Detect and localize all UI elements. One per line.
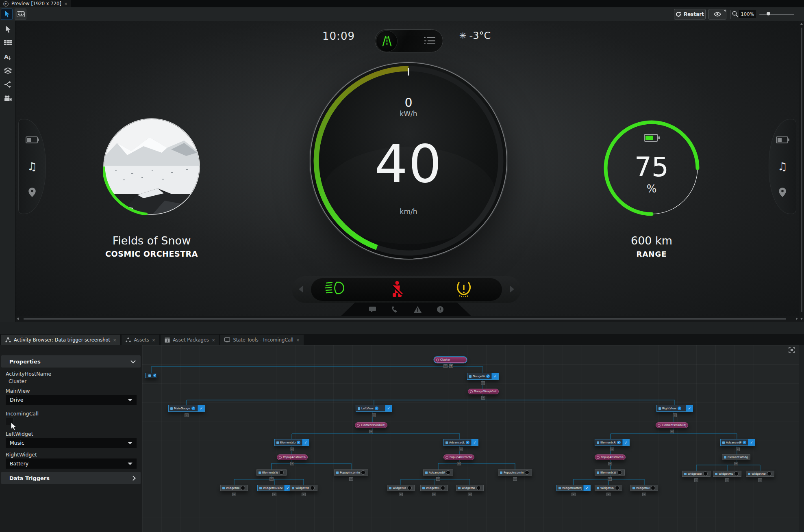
node-enable-button[interactable]: ✓ <box>686 405 693 411</box>
node-expander[interactable]: – <box>457 462 461 465</box>
node-toggle-circle[interactable] <box>615 486 619 490</box>
node-expander[interactable]: – <box>185 413 189 417</box>
close-icon[interactable]: × <box>152 338 155 342</box>
graph-node-widgetmusicabstracted[interactable]: WidgetMusicAbstracted <box>713 471 741 477</box>
scroll-right-arrow[interactable] <box>796 318 798 320</box>
close-icon[interactable]: × <box>113 338 116 342</box>
node-toggle-circle[interactable] <box>310 486 315 490</box>
node-toggle-circle[interactable] <box>407 486 412 490</box>
fit-view-icon[interactable] <box>789 347 795 353</box>
carousel-left-arrow[interactable] <box>299 285 303 293</box>
graph-node-popupabstracted[interactable]: PopupAbstracted <box>595 454 626 460</box>
node-enable-button[interactable]: ✓ <box>491 373 498 379</box>
layers-tool-button[interactable] <box>3 66 13 76</box>
node-expander[interactable]: – <box>608 477 612 481</box>
right-widget-dropdown[interactable]: Battery <box>6 458 137 469</box>
tab-asset-packages[interactable]: Asset Packages × <box>161 335 219 345</box>
node-expander[interactable]: – <box>608 462 612 465</box>
node-expander[interactable]: – <box>399 493 403 496</box>
graph-node-rightview[interactable]: RightView✓✓ <box>656 405 693 412</box>
graph-node-anchor[interactable]: ✓ <box>145 373 157 378</box>
graph-node-elementswidget[interactable]: ElementsWidget <box>595 469 625 476</box>
scrollbar-thumb[interactable] <box>801 28 802 312</box>
message-icon[interactable] <box>369 307 376 313</box>
graph-node-widgetbatteryabstracted[interactable]: WidgetBatteryAbstracted <box>682 471 711 477</box>
node-expander[interactable]: – <box>272 493 276 496</box>
graph-node-leftview[interactable]: LeftView✓✓ <box>356 405 392 412</box>
node-expander[interactable]: – <box>443 364 448 368</box>
camera-tool-button[interactable] <box>3 93 13 103</box>
restart-button[interactable]: Restart <box>674 9 706 19</box>
close-icon[interactable]: × <box>296 338 300 342</box>
music-rail-icon[interactable]: ♫ <box>19 160 46 173</box>
select-tool-button[interactable] <box>3 24 13 34</box>
graph-node-widgetnavigationabstracted[interactable]: WidgetNavigationAbstracted <box>290 485 317 491</box>
node-toggle-circle[interactable] <box>446 470 450 475</box>
node-toggle-circle[interactable] <box>525 470 529 475</box>
graph-node-widgetbatteryabstracted[interactable]: WidgetBatteryAbstracted <box>220 485 248 491</box>
main-view-dropdown[interactable]: Drive <box>6 395 137 405</box>
node-enable-button[interactable]: ✓ <box>471 439 478 445</box>
node-toggle-circle[interactable] <box>241 486 245 490</box>
graph-node-popupincomingcallabstracted[interactable]: PopupIncomingCallAbstracted <box>334 469 368 476</box>
properties-section-header[interactable]: Properties <box>1 355 141 368</box>
graph-node-advancedright[interactable]: AdvancedRight✓✓ <box>720 439 755 446</box>
graph-node-widgetbatteryabstracted[interactable]: WidgetBatteryAbstracted <box>387 485 415 491</box>
node-expander[interactable]: – <box>302 493 306 496</box>
text-tool-button[interactable]: A <box>3 52 13 62</box>
node-expander[interactable]: – <box>606 493 611 496</box>
node-toggle-circle[interactable] <box>279 470 284 475</box>
graph-node-popupabstracted[interactable]: PopupAbstracted <box>443 454 474 460</box>
right-widget-rail[interactable]: ♫ <box>769 119 796 214</box>
preview-horizontal-scrollbar[interactable] <box>15 316 799 322</box>
graph-node-widgetnavigationabstracted[interactable]: WidgetNavigationAbstracted <box>746 471 774 477</box>
preview-tab[interactable]: ▶ Preview [1920 x 720] × <box>0 0 71 7</box>
battery-rail-icon[interactable] <box>26 136 38 143</box>
scrollbar-thumb[interactable] <box>24 318 786 320</box>
tab-activity-browser[interactable]: Activity Browser: Data trigger-screensho… <box>1 335 120 345</box>
node-toggle-circle[interactable] <box>767 471 771 476</box>
node-expander[interactable]: – <box>369 430 373 433</box>
zoom-slider-track[interactable] <box>759 14 794 15</box>
node-toggle-circle[interactable] <box>476 486 481 490</box>
node-expander[interactable]: – <box>232 493 236 496</box>
graph-node-advancedleft[interactable]: AdvancedLeft✓✓ <box>443 439 478 446</box>
node-enable-button[interactable]: ✓ <box>748 439 755 445</box>
graph-node-widgetnavigationabstracted[interactable]: WidgetNavigationAbstracted <box>456 485 484 491</box>
scroll-left-arrow[interactable] <box>17 318 19 320</box>
graph-node-elementswidget[interactable]: ElementsWidget <box>256 469 287 476</box>
graph-node-gaugewrapvisibilityhost[interactable]: GaugeWrapVisibilityHost <box>468 389 499 394</box>
node-expander[interactable]: – <box>758 478 762 482</box>
zoom-level-field[interactable]: 100% <box>739 10 756 18</box>
node-expander[interactable]: – <box>610 448 614 451</box>
graph-node-widgetmusicabstracted[interactable]: WidgetMusicAbstracted✓ <box>257 485 291 491</box>
graph-node-maingauge[interactable]: MainGauge✓✓ <box>168 405 205 412</box>
node-enable-button[interactable]: ✓ <box>385 405 392 411</box>
navigation-rail-icon[interactable] <box>19 188 46 197</box>
node-expander[interactable]: – <box>290 448 294 451</box>
music-rail-icon[interactable]: ♫ <box>769 160 796 173</box>
tab-assets[interactable]: Assets × <box>122 335 159 345</box>
graph-node-cluster[interactable]: Cluster <box>434 357 467 363</box>
graph-node-widgetmusicabstracted[interactable]: WidgetMusicAbstracted <box>595 485 622 491</box>
table-tool-button[interactable] <box>3 38 13 48</box>
node-expander[interactable]: – <box>734 462 738 465</box>
node-expander[interactable]: – <box>736 448 740 451</box>
node-toggle-circle[interactable] <box>441 486 445 490</box>
node-expander[interactable]: – <box>571 493 576 496</box>
node-expander[interactable]: + <box>449 364 453 368</box>
node-expander[interactable]: – <box>670 430 674 433</box>
graph-node-popupincomingcallabstracted[interactable]: PopupIncomingCallAbstracted <box>498 469 532 476</box>
close-icon[interactable]: × <box>64 2 67 6</box>
battery-rail-icon[interactable] <box>776 136 788 143</box>
carousel-right-arrow[interactable] <box>510 285 514 293</box>
preview-vertical-scrollbar[interactable] <box>799 21 804 322</box>
navigation-rail-icon[interactable] <box>769 188 796 197</box>
node-expander[interactable]: – <box>432 493 436 496</box>
flow-tool-button[interactable] <box>3 80 13 89</box>
node-expander[interactable]: – <box>694 478 698 482</box>
phone-icon[interactable] <box>391 306 398 313</box>
graph-node-advancedwidget[interactable]: AdvancedWidget <box>423 469 453 476</box>
node-toggle-circle[interactable] <box>703 471 708 476</box>
preview-visibility-button[interactable] <box>708 9 726 19</box>
